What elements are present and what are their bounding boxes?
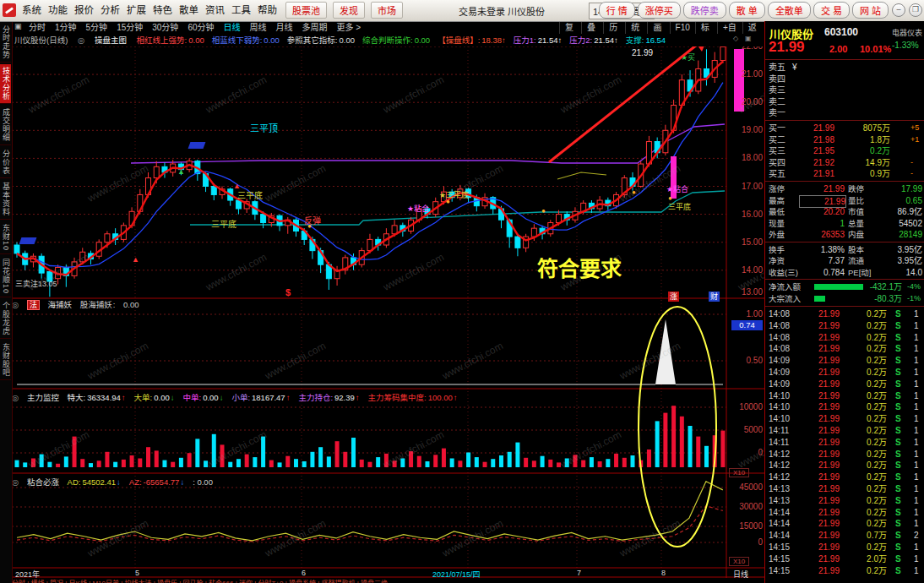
trade-button-散单[interactable]: 散 单	[729, 2, 765, 19]
tick-row[interactable]: 14:1521.990.2万S1	[765, 565, 924, 577]
panel-header-nianhe[interactable]: ◎ 粘合必涨 AD:54502.41↓AZ:-65654.77↓: 0.00	[12, 476, 726, 488]
collapse-icon[interactable]: ◎	[78, 35, 84, 45]
tick-row[interactable]: 14:1221.990.2万S1	[765, 471, 924, 483]
nianhe-scale-label: 45000	[728, 482, 763, 492]
flow-row: 净流入额-432.1万-4%	[765, 281, 924, 293]
trade-button-跌停卖[interactable]: 跌停卖	[683, 2, 726, 19]
screen-icon[interactable]: ▣	[14, 22, 22, 30]
panel-icon[interactable]: ▣	[745, 35, 752, 42]
tick-time: 14:11	[769, 437, 789, 449]
tick-row[interactable]: 14:0921.990.2万S1	[765, 367, 924, 379]
stat-row: 换手1.38%股本3.95亿	[765, 244, 924, 256]
tick-row[interactable]: 14:1221.990.2万S1	[765, 460, 924, 471]
tick-time: 14:13	[769, 483, 790, 495]
tick-row[interactable]: 14:0821.990.2万S1	[765, 343, 924, 355]
menu-item-系统[interactable]: 系统	[19, 0, 45, 20]
tick-row[interactable]: 14:1521.990.2万S1	[765, 542, 924, 553]
trade-button-涨停买[interactable]: 涨停买	[638, 2, 681, 19]
maximize-button[interactable]: ❐	[909, 3, 922, 17]
menu-item-特色[interactable]: 特色	[149, 0, 176, 20]
menu-item-功能[interactable]: 功能	[45, 0, 71, 20]
tick-side-flag: S	[895, 530, 901, 542]
period-tab-60分钟[interactable]: 60分钟	[188, 21, 214, 34]
period-tab-分时[interactable]: 分时	[29, 21, 46, 34]
tick-side-flag: S	[895, 355, 901, 367]
signal-box-marker	[188, 142, 206, 149]
tick-row[interactable]: 14:1021.990.2万S1	[765, 413, 924, 425]
period-tab-周线[interactable]: 周线	[250, 21, 267, 34]
trade-button-全散单[interactable]: 全散单	[768, 2, 811, 19]
menu-item-报价[interactable]: 报价	[71, 0, 97, 20]
quick-button-发现[interactable]: 发现	[333, 2, 365, 19]
period-tab-日线[interactable]: 日线	[224, 21, 241, 34]
tick-row[interactable]: 14:0821.990.2万S1	[765, 308, 924, 320]
sidebar-item-同花顺10[interactable]: 同花顺10	[0, 256, 11, 297]
sidebar-item-分价表[interactable]: 分价表	[0, 147, 11, 178]
tick-row[interactable]: 14:1021.990.2万S1	[765, 401, 924, 413]
tick-side-flag: S	[895, 332, 901, 344]
bottom-tab-strip[interactable]: 分时 | 横线 | 简况 | 日K线 | M10兄弟 | 均线大法 | 操盘乐 …	[12, 578, 764, 583]
tick-count: 1	[914, 332, 924, 344]
currency-icon[interactable]: ¥	[792, 62, 797, 73]
quick-button-市场[interactable]: 市场	[371, 2, 403, 19]
tick-price: 21.99	[802, 390, 840, 402]
stat-row: 收益(三)0.784PE[动]14.0	[765, 267, 924, 279]
collapse-icon[interactable]: ◎	[12, 300, 19, 309]
tick-time: 14:12	[769, 449, 790, 460]
trade-button-网站[interactable]: 网 站	[852, 2, 889, 19]
tick-row[interactable]: 14:0821.990.2万S1	[765, 332, 924, 344]
period-tab-多周期[interactable]: 多周期	[302, 21, 328, 34]
sidebar-item-个股龙虎[interactable]: 个股龙虎	[0, 299, 11, 339]
sidebar-item-东财10[interactable]: 东财10	[0, 221, 11, 254]
tick-row[interactable]: 14:1221.990.2万S1	[765, 449, 924, 460]
period-tab-更多 >[interactable]: 更多 >	[337, 21, 361, 34]
sidebar-item-东财股吧[interactable]: 东财股吧	[0, 341, 11, 380]
tick-row[interactable]: 14:0921.990.2万S1	[765, 355, 924, 367]
timeline-label: 6	[302, 569, 306, 577]
tick-row[interactable]: 14:1121.990.2万S1	[765, 425, 924, 437]
sidebar-item-基本资料[interactable]: 基本资料	[0, 180, 11, 220]
session-status: 交易未登录 川仪股份	[459, 4, 545, 18]
period-tab-5分钟[interactable]: 5分钟	[86, 21, 108, 34]
industry-label[interactable]: 电器仪表	[892, 27, 922, 38]
period-tab-月线[interactable]: 月线	[276, 21, 293, 34]
tick-row[interactable]: 14:1321.990.2万S1	[765, 483, 924, 495]
tick-row[interactable]: 14:1421.990.2万S1	[765, 518, 924, 530]
trade-button-交易[interactable]: 交 易	[813, 2, 850, 19]
period-tab-1分钟[interactable]: 1分钟	[55, 21, 77, 34]
timeline[interactable]: 2021年562021/07/15/四78	[12, 568, 764, 578]
panel-header-zhuli[interactable]: ◎ 主力监控 特大:36334.94↑大单:0.00↓中单:0.00↓小单:18…	[12, 391, 726, 403]
sidebar-item-成交明细[interactable]: 成交明细	[0, 106, 11, 145]
menu-item-工具[interactable]: 工具	[228, 0, 254, 20]
menu-item-散单[interactable]: 散单	[176, 0, 202, 20]
param-value: 92.39	[334, 393, 355, 402]
tick-row[interactable]: 14:1421.990.7万S2	[765, 530, 924, 542]
tick-row[interactable]: 14:1121.990.2万S1	[765, 437, 924, 449]
menu-item-帮助[interactable]: 帮助	[254, 0, 280, 20]
tick-volume: 0.2万	[843, 367, 887, 379]
minimize-button[interactable]: –	[892, 3, 905, 17]
panel-header-buyao[interactable]: ◎ 法 海捕妖 股海捕妖: 0.00	[12, 298, 726, 310]
collapse-icon[interactable]: ◎	[12, 477, 19, 487]
param-label: 主力持仓:	[298, 393, 333, 402]
tick-row[interactable]: 14:1521.992.0万S1	[765, 553, 924, 565]
tick-row[interactable]: 14:1421.990.2万S1	[765, 507, 924, 519]
collapse-icon[interactable]: ◎	[12, 393, 19, 402]
sidebar-item-技术分析[interactable]: 技术分析	[0, 64, 11, 104]
diamond-icon[interactable]: ◇	[733, 35, 738, 42]
param-value: 18.38↑	[481, 35, 506, 45]
menu-item-扩展[interactable]: 扩展	[123, 0, 149, 20]
menu-item-分析[interactable]: 分析	[97, 0, 123, 20]
tick-row[interactable]: 14:0821.990.2万S1	[765, 320, 924, 332]
stat-label: 涨停	[769, 183, 785, 194]
tick-row[interactable]: 14:0921.990.2万S1	[765, 379, 924, 390]
quick-button-股票池[interactable]: 股票池	[285, 2, 327, 19]
quote-divider	[765, 242, 924, 242]
tick-row[interactable]: 14:1021.990.2万S1	[765, 390, 924, 402]
period-tab-30分钟[interactable]: 30分钟	[152, 21, 178, 34]
menu-item-资讯[interactable]: 资讯	[202, 0, 228, 20]
trade-button-行情[interactable]: 行 情	[599, 2, 635, 19]
period-tab-15分钟[interactable]: 15分钟	[117, 21, 143, 34]
tick-row[interactable]: 14:1321.990.2万S1	[765, 495, 924, 507]
sidebar-item-分时走势[interactable]: 分时走势	[0, 23, 11, 63]
